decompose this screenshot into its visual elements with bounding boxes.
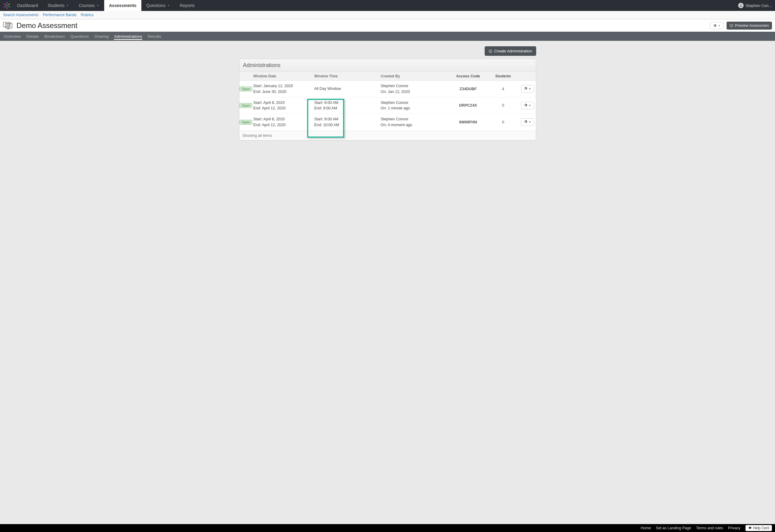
access-code: 8W69FHN (446, 120, 491, 124)
assessment-icon (2, 21, 13, 30)
row-actions-button[interactable]: ▼ (521, 102, 534, 109)
main-content: Create Administration Administrations Wi… (0, 41, 775, 524)
date-start: Start: April 6, 2020 (253, 100, 311, 106)
nav-item-assessments[interactable]: Assessments (104, 0, 141, 11)
chevron-down-icon: ▼ (97, 4, 99, 7)
user-menu[interactable]: Stephen Con… (735, 0, 775, 11)
created-on: On: A moment ago (381, 122, 444, 128)
chevron-down-icon: ▼ (718, 24, 720, 27)
time-end: End: 9:00 AM (314, 105, 377, 111)
status-badge: Open (239, 86, 252, 91)
plus-icon (489, 49, 492, 53)
nav-item-courses[interactable]: Courses▼ (74, 0, 104, 11)
administrations-panel: Administrations Window Date Window Time … (239, 59, 536, 140)
subnav-link-rubrics[interactable]: Rubrics (81, 13, 93, 17)
app-logo[interactable] (2, 0, 12, 11)
chevron-down-icon: ▼ (66, 4, 69, 7)
chevron-down-icon: ▼ (529, 121, 531, 123)
footer-link-home[interactable]: Home (641, 526, 651, 530)
access-code: DRPCZ4X (446, 103, 491, 107)
create-label: Create Administration (494, 49, 532, 53)
monitor-icon (730, 24, 733, 27)
status-badge: Open (239, 120, 252, 125)
nav-item-dashboard[interactable]: Dashboard (12, 0, 43, 11)
col-access-code: Access Code (446, 74, 491, 78)
create-administration-button[interactable]: Create Administration (485, 46, 536, 56)
chevron-down-icon: ▼ (529, 104, 531, 107)
footer-link-terms-and-rules[interactable]: Terms and rules (696, 526, 723, 530)
table-row: OpenStart: April 6, 2020End: April 12, 2… (239, 114, 536, 131)
speech-bubble-icon (748, 526, 752, 530)
gear-icon (524, 120, 527, 124)
gear-icon (524, 103, 527, 108)
subnav-link-performance-bands[interactable]: Performance Bands (43, 13, 76, 17)
tab-breakdown[interactable]: Breakdown (44, 33, 65, 40)
nav-label: Questions (146, 3, 165, 8)
user-name: Stephen Con… (745, 3, 773, 8)
table-row: OpenStart: January 12, 2020End: June 30,… (239, 81, 536, 97)
creator: Stephen Connor (381, 83, 444, 89)
col-students: Students (491, 74, 516, 78)
created-on: On: Jan 12, 2020 (381, 89, 444, 95)
sub-nav: Search AssessmentsPerformance BandsRubri… (0, 11, 775, 19)
time-start: Start: 8:00 AM (314, 100, 377, 106)
tab-results[interactable]: Results (148, 33, 161, 40)
students-count: 4 (491, 87, 516, 91)
date-start: Start: April 6, 2020 (253, 116, 311, 122)
col-window-time: Window Time (312, 74, 379, 78)
page-settings-button[interactable]: ▼ (710, 22, 724, 29)
time-start: Start: 9:00 AM (314, 116, 377, 122)
row-actions-button[interactable]: ▼ (521, 118, 534, 126)
gear-icon (524, 86, 527, 91)
tab-questions[interactable]: Questions (70, 33, 89, 40)
preview-label: Preview Assessmen (735, 23, 769, 28)
nav-label: Students (48, 3, 65, 8)
date-start: Start: January 12, 2020 (253, 83, 311, 89)
footer-link-set-as-landing-page[interactable]: Set as Landing Page (656, 526, 691, 530)
panel-title: Administrations (239, 59, 536, 72)
svg-point-7 (740, 4, 742, 5)
table-row: OpenStart: April 6, 2020End: April 12, 2… (239, 97, 536, 114)
title-bar: Demo Assessment ▼ Preview Assessmen (0, 19, 775, 32)
tab-details[interactable]: Details (26, 33, 39, 40)
svg-rect-16 (730, 24, 733, 26)
chevron-down-icon: ▼ (529, 87, 531, 90)
nav-label: Reports (180, 3, 195, 8)
chevron-down-icon: ▼ (167, 4, 170, 7)
svg-line-2 (9, 4, 10, 5)
status-badge: Open (239, 103, 252, 108)
col-created-by: Created By (379, 74, 446, 78)
svg-point-0 (6, 5, 8, 7)
students-count: 0 (491, 103, 516, 107)
svg-line-3 (9, 6, 10, 7)
creator: Stephen Connor (381, 100, 444, 106)
created-on: On: 1 minute ago (381, 105, 444, 111)
nav-item-reports[interactable]: Reports (175, 0, 199, 11)
help-center-button[interactable]: Help Cent (745, 525, 772, 531)
top-nav: DashboardStudents▼Courses▼AssessmentsQue… (0, 0, 775, 11)
subnav-link-search-assessments[interactable]: Search Assessments (3, 13, 39, 17)
nav-label: Dashboard (17, 3, 38, 8)
nav-item-students[interactable]: Students▼ (43, 0, 74, 11)
creator: Stephen Connor (381, 116, 444, 122)
svg-line-6 (4, 4, 6, 5)
tab-overview[interactable]: Overview (4, 33, 21, 40)
time-end: End: 10:00 AM (314, 122, 377, 128)
nav-label: Courses (79, 3, 95, 8)
col-window-date: Window Date (252, 74, 312, 78)
footer-link-privacy[interactable]: Privacy (728, 526, 741, 530)
nav-item-questions[interactable]: Questions▼ (141, 0, 175, 11)
page-title: Demo Assessment (16, 21, 77, 30)
tab-sharing[interactable]: Sharing (94, 33, 109, 40)
students-count: 0 (491, 120, 516, 124)
access-code: Z34DUBF (446, 87, 491, 91)
gear-icon (713, 24, 717, 27)
date-end: End: April 12, 2020 (253, 122, 311, 128)
page-tabs: OverviewDetailsBreakdownQuestionsSharing… (0, 32, 775, 41)
row-actions-button[interactable]: ▼ (521, 85, 534, 93)
tab-administrations[interactable]: Administrations (114, 33, 142, 40)
preview-assessment-button[interactable]: Preview Assessmen (727, 22, 772, 30)
time-start: All Day Window (314, 86, 377, 92)
avatar-icon (738, 3, 744, 8)
table-header: Window Date Window Time Created By Acces… (239, 72, 536, 81)
